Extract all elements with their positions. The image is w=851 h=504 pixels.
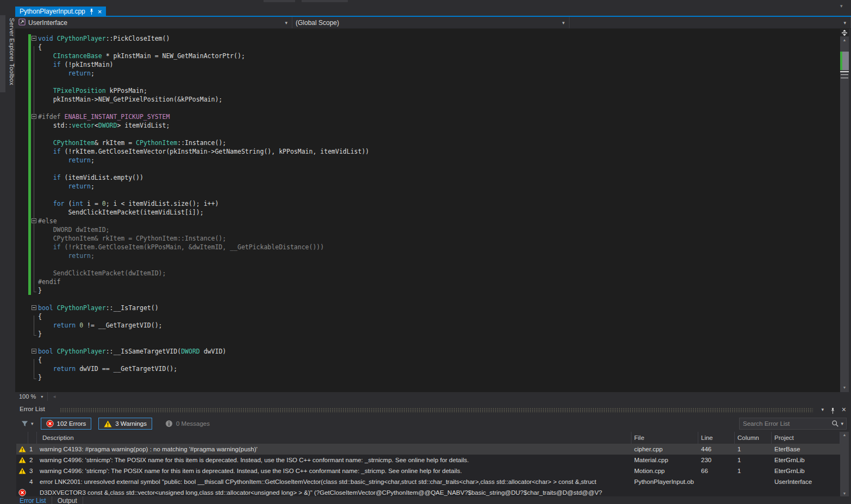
code-line: return 0 != __GetTargetVID();	[38, 321, 369, 330]
bottom-tab-error-list[interactable]: Error List	[14, 496, 52, 504]
search-icon[interactable]	[831, 420, 839, 427]
zoom-level: 100 %	[19, 393, 36, 400]
error-row[interactable]: 3warning C4996: 'stricmp': The POSIX nam…	[16, 465, 840, 476]
error-row[interactable]: 1warning C4193: #pragma warning(pop) : n…	[16, 444, 840, 455]
outline-guide-foot	[34, 379, 36, 379]
code-line	[38, 338, 369, 347]
code-line	[38, 260, 369, 269]
scrollbar-caret-marker	[840, 71, 849, 72]
row-column: 1	[735, 465, 772, 476]
editor-navigation-bar: UserInterface ▾ (Global Scope) ▾ ▾	[15, 17, 851, 29]
error-list-toolbar: ▾ 102 Errors 3 Warnings 0 Messages ▾	[0, 415, 851, 432]
outline-guide	[34, 359, 34, 379]
warning-icon	[16, 444, 28, 455]
filter-button[interactable]: ▾	[21, 420, 34, 427]
chevron-down-icon: ▾	[843, 20, 846, 26]
funnel-icon	[21, 420, 29, 427]
code-line	[38, 104, 369, 112]
code-line: DWORD dwItemID;	[38, 225, 369, 234]
row-file: Motion.cpp	[631, 465, 698, 476]
header-project[interactable]: Project	[772, 432, 840, 444]
scroll-up-icon[interactable]: ▲	[840, 38, 849, 42]
header-column[interactable]: Column	[735, 432, 772, 444]
scrollbar-marker	[841, 74, 848, 78]
scope-dropdown[interactable]: (Global Scope) ▾	[292, 17, 570, 28]
error-row[interactable]: 2warning C4996: 'strnicmp': The POSIX na…	[16, 455, 840, 465]
header-number[interactable]	[28, 432, 37, 444]
warnings-count-label: 3 Warnings	[115, 420, 147, 427]
messages-filter-button[interactable]: 0 Messages	[160, 418, 215, 430]
message-icon	[165, 420, 173, 427]
code-line: CPythonItem& rkItem = CPythonItem::Insta…	[38, 138, 369, 147]
code-line	[38, 295, 369, 304]
code-line: std::vector<DWORD> itemVidList;	[38, 121, 369, 130]
error-search-box: ▾	[739, 418, 847, 430]
close-icon[interactable]: ×	[98, 8, 102, 15]
editor-horizontal-scrollbar[interactable]: 100 % ▾ ◄	[15, 392, 851, 401]
row-number: 1	[28, 444, 37, 455]
error-list-scrollbar[interactable]: ▲ ▼	[840, 432, 849, 496]
header-severity[interactable]	[16, 432, 28, 444]
splitter-icon[interactable]	[840, 29, 849, 36]
warnings-filter-button[interactable]: 3 Warnings	[98, 418, 152, 430]
code-line: }	[38, 373, 369, 382]
code-line: #endif	[38, 278, 369, 286]
warning-icon	[16, 465, 28, 476]
row-description: warning C4193: #pragma warning(pop) : no…	[37, 444, 631, 455]
document-tab-label: PythonPlayerInput.cpp	[20, 8, 85, 15]
pin-icon[interactable]	[830, 406, 835, 416]
scroll-left-icon[interactable]: ◄	[52, 394, 57, 399]
panel-drag-handle[interactable]	[60, 408, 813, 412]
header-file[interactable]: File	[631, 432, 698, 444]
errors-filter-button[interactable]: 102 Errors	[41, 418, 92, 430]
header-description[interactable]: Description	[37, 432, 631, 444]
types-dropdown[interactable]: UserInterface ▾	[15, 17, 292, 28]
window-position-icon[interactable]: ▾	[821, 407, 824, 412]
document-tab[interactable]: PythonPlayerInput.cpp ×	[15, 7, 106, 16]
warning-icon	[16, 455, 28, 465]
code-editor[interactable]: void CPythonPlayer::PickCloseItem(){ CIn…	[15, 29, 840, 392]
bottom-panel-tabs: Error ListOutput	[0, 496, 851, 504]
row-project: EterGrnLib	[772, 455, 840, 465]
code-line: bool CPythonPlayer::__IsSameTargetVID(DW…	[38, 347, 369, 356]
chevron-down-icon: ▾	[31, 421, 34, 426]
code-line: SendClickItemPacket(itemVidList[i]);	[38, 208, 369, 217]
panel-title-bar: Error List ▾ ×	[0, 405, 851, 415]
scroll-down-icon[interactable]: ▼	[840, 492, 849, 495]
code-line: if (!rkItem.GetCloseItem(kPPosMain, &dwI…	[38, 243, 369, 251]
collapse-toggle-icon[interactable]	[32, 305, 36, 310]
types-dropdown-value: UserInterface	[28, 19, 67, 27]
warning-icon	[104, 420, 112, 427]
rail-tab-server-explorer[interactable]: Server Explorer	[0, 15, 15, 62]
row-line: 230	[698, 455, 735, 465]
scroll-down-icon[interactable]: ▼	[840, 386, 849, 389]
bottom-tab-output[interactable]: Output	[52, 496, 83, 504]
code-line: }	[38, 286, 369, 295]
editor-vertical-scrollbar[interactable]: ▲ ▼	[840, 29, 849, 392]
collapse-toggle-icon[interactable]	[32, 349, 36, 354]
rail-tab-toolbox[interactable]: Toolbox	[0, 61, 15, 92]
close-icon[interactable]: ×	[842, 405, 846, 414]
code-line: CPythonItem& rkItem = CPythonItem::Insta…	[38, 234, 369, 243]
header-line[interactable]: Line	[698, 432, 735, 444]
search-input[interactable]	[740, 420, 831, 427]
code-line: return;	[38, 251, 369, 260]
zoom-control[interactable]: 100 % ▾	[15, 392, 48, 401]
outline-guide-foot	[34, 292, 36, 292]
tab-overflow-chevron-icon[interactable]: ▾	[840, 3, 843, 9]
code-text: void CPythonPlayer::PickCloseItem(){ CIn…	[38, 34, 369, 382]
scrollbar-thumb[interactable]	[842, 52, 849, 70]
pin-icon[interactable]	[89, 9, 94, 15]
row-line: 66	[698, 465, 735, 476]
code-line: #else	[38, 217, 369, 225]
code-line: TPixelPosition kPPosMain;	[38, 86, 369, 95]
code-line: if (!rkItem.GetCloseItemVector(pkInstMai…	[38, 147, 369, 156]
scroll-up-icon[interactable]: ▲	[840, 433, 849, 437]
chevron-down-icon[interactable]: ▾	[839, 421, 846, 426]
collapse-toggle-icon[interactable]	[32, 36, 36, 41]
visual-studio-window: Server ExplorerToolbox PythonPlayerInput…	[0, 0, 851, 504]
code-line	[38, 78, 369, 86]
left-rail: Server ExplorerToolbox	[0, 0, 15, 402]
code-line: return;	[38, 156, 369, 165]
members-dropdown[interactable]: ▾	[570, 17, 851, 28]
